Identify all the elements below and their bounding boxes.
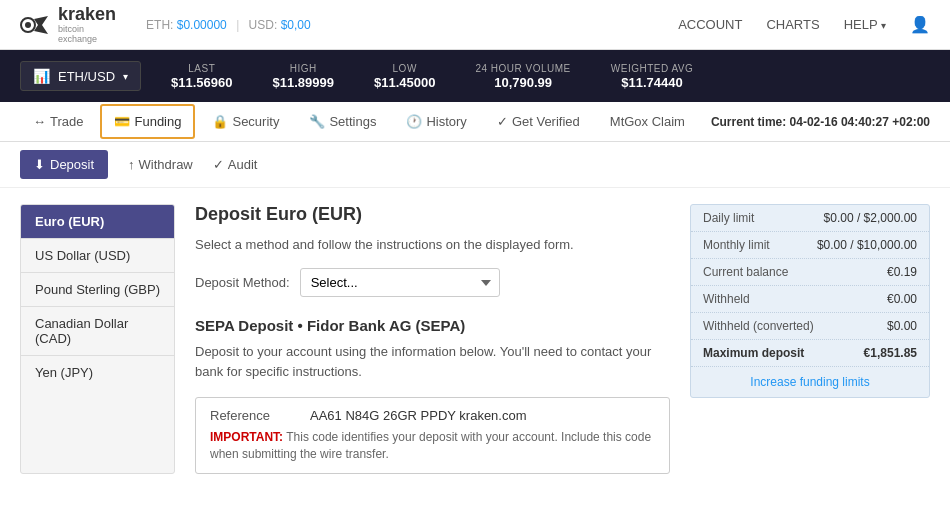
ticker-stats: LAST $11.56960 HIGH $11.89999 LOW $11.45… [171, 63, 693, 90]
reference-important: IMPORTANT: This code identifies your dep… [210, 429, 655, 463]
logo-subtitle: bitcoin exchange [58, 25, 116, 45]
reference-box: Reference AA61 N84G 26GR PPDY kraken.com… [195, 397, 670, 474]
withdraw-icon: ↑ [128, 157, 135, 172]
daily-limit-row: Daily limit $0.00 / $2,000.00 [691, 205, 929, 232]
help-dropdown-icon: ▾ [881, 20, 886, 31]
audit-icon: ✓ [213, 157, 224, 172]
withdraw-link[interactable]: ↑ Withdraw [128, 157, 193, 172]
history-icon: 🕐 [406, 114, 422, 129]
pair-chevron-icon: ▾ [123, 71, 128, 82]
secondary-nav: ↔ Trade 💳 Funding 🔒 Security 🔧 Settings … [0, 102, 950, 142]
nav-links: ACCOUNT CHARTS HELP ▾ 👤 [678, 15, 930, 34]
deposit-button[interactable]: ⬇ Deposit [20, 150, 108, 179]
increase-funding-limits-link[interactable]: Increase funding limits [691, 367, 929, 397]
deposit-method-row: Deposit Method: Select... [195, 268, 670, 297]
security-icon: 🔒 [212, 114, 228, 129]
sidebar-item-eur[interactable]: Euro (EUR) [21, 205, 174, 239]
withheld-converted-row: Withheld (converted) $0.00 [691, 313, 929, 340]
sidebar-item-usd[interactable]: US Dollar (USD) [21, 239, 174, 273]
nav-charts[interactable]: CHARTS [766, 17, 819, 32]
sidebar-item-gbp[interactable]: Pound Sterling (GBP) [21, 273, 174, 307]
sepa-section: SEPA Deposit • Fidor Bank AG (SEPA) Depo… [195, 317, 670, 381]
currency-sidebar: Euro (EUR) US Dollar (USD) Pound Sterlin… [20, 204, 175, 474]
kraken-logo-icon [20, 14, 52, 36]
sec-nav-tabs: ↔ Trade 💳 Funding 🔒 Security 🔧 Settings … [20, 104, 711, 139]
eth-usd-info: ETH: $0.00000 | USD: $0,00 [146, 18, 311, 32]
deposit-method-select[interactable]: Select... [300, 268, 500, 297]
tab-mtgox[interactable]: MtGox Claim [597, 105, 698, 138]
chart-bar-icon: 📊 [33, 68, 50, 84]
funding-icon: 💳 [114, 114, 130, 129]
deposit-title: Deposit Euro (EUR) [195, 204, 670, 225]
sidebar-item-jpy[interactable]: Yen (JPY) [21, 356, 174, 389]
reference-label: Reference [210, 408, 290, 423]
deposit-icon: ⬇ [34, 157, 45, 172]
tab-settings[interactable]: 🔧 Settings [296, 105, 389, 138]
tab-funding[interactable]: 💳 Funding [100, 104, 195, 139]
tab-trade[interactable]: ↔ Trade [20, 105, 96, 138]
settings-icon: 🔧 [309, 114, 325, 129]
reference-value: AA61 N84G 26GR PPDY kraken.com [310, 408, 527, 423]
maximum-deposit-row: Maximum deposit €1,851.85 [691, 340, 929, 367]
nav-account[interactable]: ACCOUNT [678, 17, 742, 32]
sepa-description: Deposit to your account using the inform… [195, 342, 670, 381]
tab-get-verified[interactable]: ✓ Get Verified [484, 105, 593, 138]
verified-icon: ✓ [497, 114, 508, 129]
monthly-limit-row: Monthly limit $0.00 / $10,000.00 [691, 232, 929, 259]
sidebar-item-cad[interactable]: Canadian Dollar (CAD) [21, 307, 174, 356]
ticker-wavg: WEIGHTED AVG $11.74440 [611, 63, 694, 90]
ticker-bar: 📊 ETH/USD ▾ LAST $11.56960 HIGH $11.8999… [0, 50, 950, 102]
ticker-low: LOW $11.45000 [374, 63, 435, 90]
sub-actions-bar: ⬇ Deposit ↑ Withdraw ✓ Audit [0, 142, 950, 188]
user-icon[interactable]: 👤 [910, 15, 930, 34]
deposit-content-area: Deposit Euro (EUR) Select a method and f… [195, 204, 670, 474]
deposit-method-label: Deposit Method: [195, 275, 290, 290]
tab-history[interactable]: 🕐 History [393, 105, 479, 138]
ticker-pair-selector[interactable]: 📊 ETH/USD ▾ [20, 61, 141, 91]
top-nav: kraken bitcoin exchange ETH: $0.00000 | … [0, 0, 950, 50]
logo-text: kraken [58, 4, 116, 25]
current-time: Current time: 04-02-16 04:40:27 +02:00 [711, 115, 930, 129]
tab-security[interactable]: 🔒 Security [199, 105, 292, 138]
main-content: Euro (EUR) US Dollar (USD) Pound Sterlin… [0, 188, 950, 490]
ticker-volume: 24 HOUR VOLUME 10,790.99 [475, 63, 570, 90]
logo: kraken bitcoin exchange [20, 4, 116, 45]
ticker-high: HIGH $11.89999 [273, 63, 334, 90]
reference-row: Reference AA61 N84G 26GR PPDY kraken.com [210, 408, 655, 423]
withheld-row: Withheld €0.00 [691, 286, 929, 313]
limits-info-panel: Daily limit $0.00 / $2,000.00 Monthly li… [690, 204, 930, 398]
deposit-description: Select a method and follow the instructi… [195, 237, 670, 252]
sepa-title: SEPA Deposit • Fidor Bank AG (SEPA) [195, 317, 670, 334]
nav-help[interactable]: HELP ▾ [844, 17, 886, 32]
trade-icon: ↔ [33, 114, 46, 129]
ticker-last: LAST $11.56960 [171, 63, 232, 90]
current-balance-row: Current balance €0.19 [691, 259, 929, 286]
audit-link[interactable]: ✓ Audit [213, 157, 258, 172]
svg-point-1 [25, 22, 31, 28]
